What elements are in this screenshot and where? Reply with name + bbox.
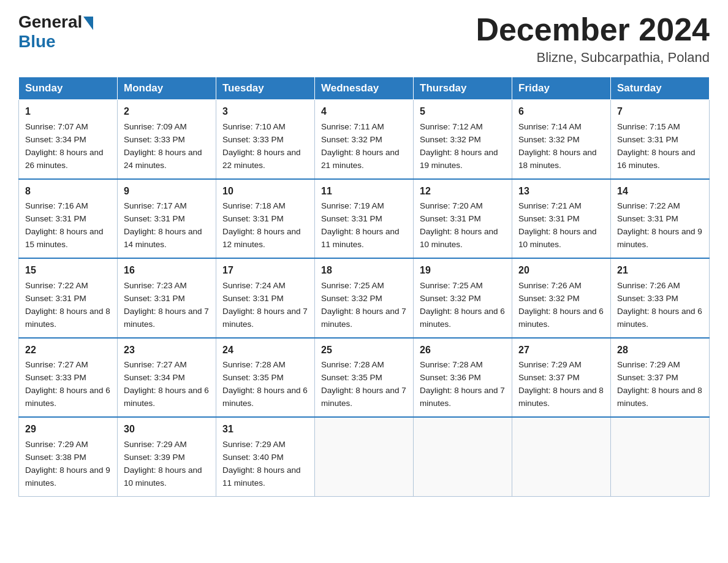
day-number: 1 (25, 104, 111, 120)
daylight-text: Daylight: 8 hours and 10 minutes. (518, 227, 597, 249)
day-number: 26 (420, 343, 506, 358)
table-row: 11Sunrise: 7:19 AMSunset: 3:31 PMDayligh… (315, 179, 414, 258)
table-row: 23Sunrise: 7:27 AMSunset: 3:34 PMDayligh… (118, 338, 216, 417)
daylight-text: Daylight: 8 hours and 26 minutes. (25, 148, 104, 170)
col-tuesday: Tuesday (216, 77, 315, 100)
sunrise-text: Sunrise: 7:15 AM (617, 122, 680, 131)
table-row: 19Sunrise: 7:25 AMSunset: 3:32 PMDayligh… (414, 258, 512, 337)
sunrise-text: Sunrise: 7:17 AM (124, 201, 187, 210)
sunset-text: Sunset: 3:31 PM (25, 214, 86, 223)
table-row: 2Sunrise: 7:09 AMSunset: 3:33 PMDaylight… (118, 100, 216, 179)
sunset-text: Sunset: 3:33 PM (124, 135, 185, 144)
sunset-text: Sunset: 3:31 PM (222, 294, 284, 303)
day-number: 10 (222, 184, 308, 199)
sunrise-text: Sunrise: 7:29 AM (222, 440, 286, 449)
sunrise-text: Sunrise: 7:26 AM (518, 281, 582, 290)
day-number: 12 (420, 184, 506, 199)
sunrise-text: Sunrise: 7:29 AM (25, 440, 88, 449)
daylight-text: Daylight: 8 hours and 16 minutes. (617, 148, 696, 170)
daylight-text: Daylight: 8 hours and 24 minutes. (124, 148, 202, 170)
sunset-text: Sunset: 3:32 PM (518, 135, 580, 144)
table-row (611, 417, 710, 496)
day-number: 8 (25, 184, 111, 199)
daylight-text: Daylight: 8 hours and 10 minutes. (124, 465, 202, 488)
daylight-text: Daylight: 8 hours and 6 minutes. (518, 307, 604, 329)
table-row: 25Sunrise: 7:28 AMSunset: 3:35 PMDayligh… (315, 338, 414, 417)
col-friday: Friday (512, 77, 611, 100)
day-number: 21 (617, 263, 703, 278)
table-row: 24Sunrise: 7:28 AMSunset: 3:35 PMDayligh… (216, 338, 315, 417)
calendar-week-row: 8Sunrise: 7:16 AMSunset: 3:31 PMDaylight… (19, 179, 710, 258)
sunrise-text: Sunrise: 7:16 AM (25, 201, 88, 210)
sunrise-text: Sunrise: 7:28 AM (321, 360, 384, 369)
sunrise-text: Sunrise: 7:25 AM (420, 281, 483, 290)
table-row: 31Sunrise: 7:29 AMSunset: 3:40 PMDayligh… (216, 417, 315, 496)
sunset-text: Sunset: 3:40 PM (222, 453, 284, 462)
table-row: 28Sunrise: 7:29 AMSunset: 3:37 PMDayligh… (611, 338, 710, 417)
daylight-text: Daylight: 8 hours and 10 minutes. (420, 227, 498, 249)
logo-general-text: General (18, 12, 82, 32)
table-row: 12Sunrise: 7:20 AMSunset: 3:31 PMDayligh… (414, 179, 512, 258)
sunrise-text: Sunrise: 7:28 AM (222, 360, 286, 369)
table-row: 26Sunrise: 7:28 AMSunset: 3:36 PMDayligh… (414, 338, 512, 417)
day-number: 17 (222, 263, 308, 278)
col-thursday: Thursday (414, 77, 512, 100)
sunset-text: Sunset: 3:39 PM (124, 453, 185, 462)
sunset-text: Sunset: 3:31 PM (617, 214, 678, 223)
header-row: Sunday Monday Tuesday Wednesday Thursday… (19, 77, 710, 100)
sunset-text: Sunset: 3:33 PM (617, 294, 678, 303)
calendar-title: December 2024 (476, 12, 710, 47)
daylight-text: Daylight: 8 hours and 6 minutes. (420, 307, 505, 329)
daylight-text: Daylight: 8 hours and 21 minutes. (321, 148, 400, 170)
table-row (414, 417, 512, 496)
sunset-text: Sunset: 3:31 PM (222, 214, 284, 223)
sunrise-text: Sunrise: 7:29 AM (518, 360, 582, 369)
calendar-header: Sunday Monday Tuesday Wednesday Thursday… (19, 77, 710, 100)
daylight-text: Daylight: 8 hours and 6 minutes. (222, 386, 308, 408)
table-row: 15Sunrise: 7:22 AMSunset: 3:31 PMDayligh… (19, 258, 118, 337)
sunrise-text: Sunrise: 7:09 AM (124, 122, 187, 131)
sunrise-text: Sunrise: 7:18 AM (222, 201, 286, 210)
sunrise-text: Sunrise: 7:25 AM (321, 281, 384, 290)
day-number: 30 (124, 422, 210, 437)
sunset-text: Sunset: 3:32 PM (420, 294, 481, 303)
sunset-text: Sunset: 3:38 PM (25, 453, 86, 462)
day-number: 18 (321, 263, 407, 278)
day-number: 7 (617, 104, 703, 120)
daylight-text: Daylight: 8 hours and 15 minutes. (25, 227, 104, 249)
table-row (512, 417, 611, 496)
day-number: 16 (124, 263, 210, 278)
day-number: 4 (321, 104, 407, 120)
sunset-text: Sunset: 3:34 PM (124, 373, 185, 382)
table-row: 8Sunrise: 7:16 AMSunset: 3:31 PMDaylight… (19, 179, 118, 258)
sunset-text: Sunset: 3:35 PM (321, 373, 382, 382)
day-number: 2 (124, 104, 210, 120)
calendar-body: 1Sunrise: 7:07 AMSunset: 3:34 PMDaylight… (19, 100, 710, 496)
day-number: 5 (420, 104, 506, 120)
sunset-text: Sunset: 3:37 PM (518, 373, 580, 382)
logo: General Blue (18, 12, 93, 52)
sunset-text: Sunset: 3:31 PM (518, 214, 580, 223)
sunset-text: Sunset: 3:37 PM (617, 373, 678, 382)
sunset-text: Sunset: 3:33 PM (25, 373, 86, 382)
sunrise-text: Sunrise: 7:28 AM (420, 360, 483, 369)
table-row: 10Sunrise: 7:18 AMSunset: 3:31 PMDayligh… (216, 179, 315, 258)
sunrise-text: Sunrise: 7:29 AM (124, 440, 187, 449)
table-row: 14Sunrise: 7:22 AMSunset: 3:31 PMDayligh… (611, 179, 710, 258)
col-wednesday: Wednesday (315, 77, 414, 100)
day-number: 19 (420, 263, 506, 278)
table-row: 29Sunrise: 7:29 AMSunset: 3:38 PMDayligh… (19, 417, 118, 496)
sunset-text: Sunset: 3:36 PM (420, 373, 481, 382)
daylight-text: Daylight: 8 hours and 8 minutes. (518, 386, 604, 408)
calendar-week-row: 29Sunrise: 7:29 AMSunset: 3:38 PMDayligh… (19, 417, 710, 496)
daylight-text: Daylight: 8 hours and 7 minutes. (321, 386, 406, 408)
calendar-week-row: 22Sunrise: 7:27 AMSunset: 3:33 PMDayligh… (19, 338, 710, 417)
daylight-text: Daylight: 8 hours and 9 minutes. (617, 227, 702, 249)
daylight-text: Daylight: 8 hours and 14 minutes. (124, 227, 202, 249)
day-number: 23 (124, 343, 210, 358)
sunrise-text: Sunrise: 7:26 AM (617, 281, 680, 290)
daylight-text: Daylight: 8 hours and 7 minutes. (222, 307, 308, 329)
table-row: 20Sunrise: 7:26 AMSunset: 3:32 PMDayligh… (512, 258, 611, 337)
table-row: 27Sunrise: 7:29 AMSunset: 3:37 PMDayligh… (512, 338, 611, 417)
sunrise-text: Sunrise: 7:22 AM (617, 201, 680, 210)
